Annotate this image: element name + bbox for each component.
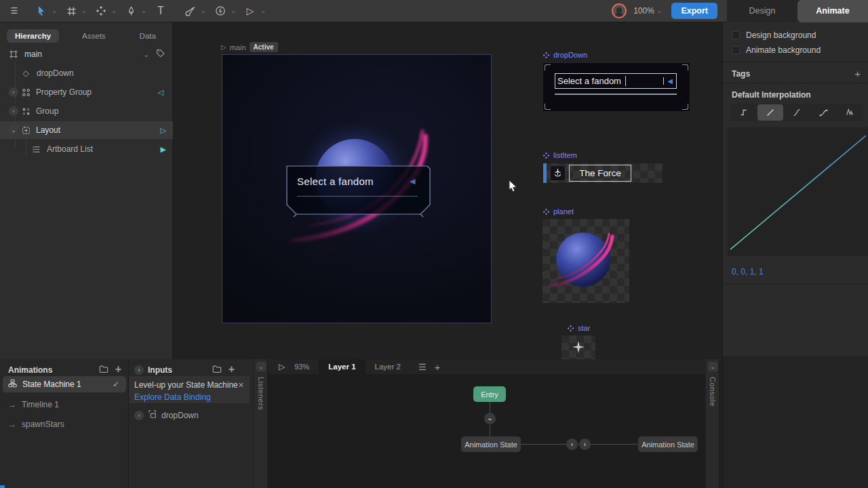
procedural-tool-icon[interactable]: [182, 2, 199, 20]
data-bound-icon[interactable]: ▶: [161, 145, 166, 154]
add-tag-button[interactable]: +: [854, 68, 861, 79]
interpolation-label: Default Interpolation: [732, 90, 811, 100]
add-animation-button[interactable]: +: [115, 365, 121, 375]
shapes-tool-chevron[interactable]: ⌄: [110, 7, 118, 14]
tree-row-dropdown[interactable]: ◇ dropDown: [0, 64, 173, 82]
animation-item-timeline[interactable]: → Timeline 1: [8, 397, 123, 412]
design-background-swatch[interactable]: [732, 31, 740, 39]
corner-mark: [682, 64, 688, 70]
tree-row-artboard-list[interactable]: Artboard List ▶: [0, 140, 173, 158]
interp-cubic-button[interactable]: [810, 104, 836, 121]
preview-listitem[interactable]: The Force: [542, 163, 663, 184]
artboard-main[interactable]: Select a fandom ◀: [222, 54, 492, 323]
left-panel-tabs: Hierarchy Assets Data: [0, 22, 172, 44]
expand-chevron-icon[interactable]: ›: [9, 87, 18, 97]
design-background-row[interactable]: Design background: [732, 30, 816, 40]
menu-icon[interactable]: ☰: [5, 2, 23, 20]
animation-item-state-machine[interactable]: State Machine 1 ✓: [3, 376, 126, 392]
procedural-tool-chevron[interactable]: ⌄: [199, 7, 208, 14]
tab-layer-2[interactable]: Layer 2: [366, 359, 410, 374]
state-machine-graph[interactable]: ⌄ Entry Animation State Animation State …: [268, 374, 705, 488]
expand-console-button[interactable]: ⌄: [708, 362, 717, 371]
explore-data-binding-link[interactable]: Explore Data Binding: [134, 392, 244, 402]
preview-listitem-label-row[interactable]: listItem: [542, 151, 577, 159]
select-tool-icon[interactable]: [33, 2, 50, 20]
input-item-dropdown[interactable]: › dropDown: [134, 409, 199, 421]
preview-planet[interactable]: [542, 219, 629, 303]
avatar[interactable]: [612, 3, 627, 18]
close-icon[interactable]: ✕: [238, 381, 244, 390]
chevron-down-icon[interactable]: ⌄: [144, 51, 149, 58]
design-mode-tab[interactable]: Design: [727, 0, 797, 22]
tag-icon[interactable]: [156, 49, 165, 60]
data-bind-right-icon[interactable]: ▷: [161, 126, 166, 135]
animate-mode-tab[interactable]: Animate: [797, 0, 868, 22]
tab-hierarchy[interactable]: Hierarchy: [7, 29, 59, 43]
animation-state-node-right[interactable]: Animation State: [638, 436, 698, 452]
preview-star[interactable]: [561, 336, 595, 359]
tab-layer-1[interactable]: Layer 1: [319, 359, 365, 374]
interp-curved-button[interactable]: [784, 104, 810, 121]
data-bind-left-icon[interactable]: ◁: [158, 88, 163, 97]
preview-dropdown-field[interactable]: Select a fandom ◀: [555, 73, 677, 89]
curve-editor[interactable]: [728, 127, 868, 256]
shapes-tool-icon[interactable]: [92, 2, 110, 20]
add-input-button[interactable]: +: [229, 365, 235, 375]
interp-linear-button[interactable]: [757, 104, 783, 121]
tree-row-group[interactable]: › Group: [0, 102, 173, 120]
events-tool-icon[interactable]: [212, 2, 229, 20]
collapse-panel-chevron[interactable]: ›: [134, 365, 144, 375]
transition-right-icon[interactable]: ›: [579, 439, 591, 450]
artboard-name[interactable]: main: [230, 43, 246, 52]
preview-star-label-row[interactable]: star: [567, 324, 590, 332]
play-button[interactable]: ▷: [279, 362, 285, 371]
dropdown-arrow-icon[interactable]: ◀: [410, 177, 415, 186]
preview-planet-label-row[interactable]: planet: [542, 207, 574, 216]
animation-item-spawnstars[interactable]: → spawnStars: [8, 417, 123, 432]
expand-listeners-button[interactable]: ⌄: [256, 362, 266, 371]
folder-icon[interactable]: [99, 365, 108, 375]
interp-elastic-button[interactable]: [837, 104, 863, 121]
tree-row-main[interactable]: main ⌄: [0, 45, 173, 63]
pen-tool-icon[interactable]: [122, 2, 140, 20]
tab-data[interactable]: Data: [132, 29, 164, 43]
expand-chevron-icon[interactable]: ›: [9, 106, 18, 116]
animation-state-node-left[interactable]: Animation State: [461, 436, 521, 452]
entry-node[interactable]: Entry: [473, 386, 506, 402]
artboard-tool-icon[interactable]: [62, 2, 80, 20]
curve-value[interactable]: 0, 0, 1, 1: [732, 267, 764, 277]
layer-options-icon[interactable]: ☰: [418, 362, 427, 372]
preview-dropdown-label-row[interactable]: dropDown: [542, 51, 587, 59]
stage[interactable]: ▷ main Active: [174, 22, 722, 359]
animate-background-swatch[interactable]: [732, 46, 740, 54]
preview-dropdown[interactable]: Select a fandom ◀: [542, 62, 690, 112]
collapse-chevron-icon[interactable]: ⌄: [9, 125, 18, 135]
text-tool-icon[interactable]: T: [152, 2, 170, 20]
transition-down-icon[interactable]: ⌄: [484, 413, 496, 424]
tab-assets[interactable]: Assets: [74, 29, 114, 43]
tree-row-property-group[interactable]: › Property Group ◁: [0, 83, 173, 101]
tree-label: Artboard List: [47, 144, 93, 154]
add-layer-button[interactable]: +: [435, 361, 441, 373]
artboard-tool-chevron[interactable]: ⌄: [80, 7, 88, 14]
animate-background-row[interactable]: Animate background: [732, 45, 821, 55]
expand-chevron-icon[interactable]: ›: [134, 411, 144, 420]
listeners-tab-label[interactable]: Listeners: [257, 377, 265, 410]
console-tab-label[interactable]: Console: [709, 377, 717, 407]
pen-tool-chevron[interactable]: ⌄: [140, 7, 148, 14]
play-tool-icon[interactable]: ▷: [241, 2, 259, 20]
play-tool-chevron[interactable]: ⌄: [259, 7, 267, 14]
tree-row-layout[interactable]: ⌄ Layout ▷: [0, 121, 173, 139]
folder-icon[interactable]: [212, 365, 222, 375]
events-tool-chevron[interactable]: ⌄: [229, 7, 237, 14]
select-tool-chevron[interactable]: ⌄: [50, 7, 58, 14]
zoom-control[interactable]: 100% ⌄: [633, 6, 662, 16]
interp-hold-button[interactable]: [731, 104, 757, 121]
export-button[interactable]: Export: [671, 3, 717, 19]
artboard-artwork: [222, 55, 492, 324]
preview-listitem-textbox[interactable]: The Force: [569, 165, 631, 182]
stage-dropdown-text[interactable]: Select a fandom: [297, 176, 374, 187]
play-artboard-icon[interactable]: ▷: [221, 43, 226, 51]
animation-label: spawnStars: [22, 420, 64, 429]
transition-left-icon[interactable]: ‹: [566, 439, 578, 450]
